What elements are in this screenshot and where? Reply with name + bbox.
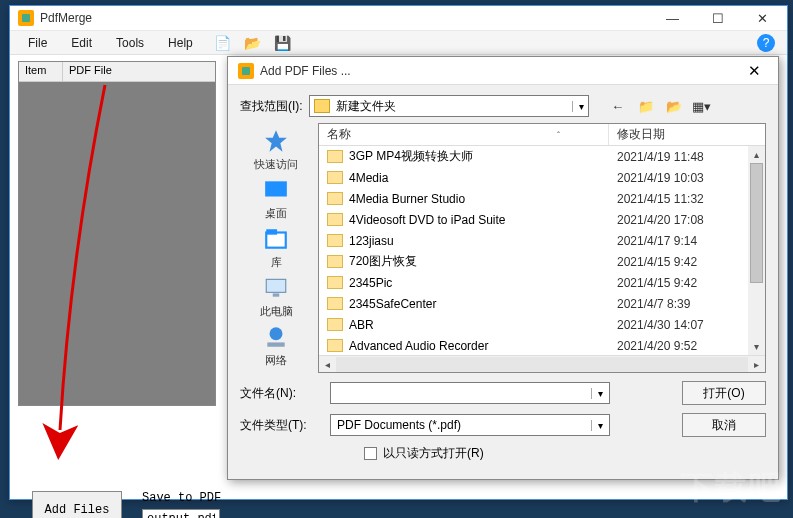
file-browser: 名称ˆ 修改日期 3GP MP4视频转换大师2021/4/19 11:484Me… [318,123,766,373]
dialog-title: Add PDF Files ... [260,64,734,78]
readonly-checkbox[interactable] [364,447,377,460]
view-menu-icon[interactable]: ▦▾ [693,97,711,115]
maximize-button[interactable]: ☐ [695,6,740,31]
folder-icon [327,297,343,310]
menu-edit[interactable]: Edit [61,34,102,52]
folder-icon [327,234,343,247]
menu-tools[interactable]: Tools [106,34,154,52]
table-row[interactable]: 123jiasu2021/4/17 9:14 [319,230,765,251]
place-network[interactable]: 网络 [260,323,292,368]
help-icon[interactable]: ? [757,34,775,52]
folder-icon [314,99,330,113]
scroll-down-icon[interactable]: ▾ [748,338,765,355]
lookin-label: 查找范围(I): [240,98,303,115]
table-row[interactable]: Advanced Audio Recorder2021/4/20 9:52 [319,335,765,355]
row-name: Advanced Audio Recorder [349,339,488,353]
menu-file[interactable]: File [18,34,57,52]
row-date: 2021/4/30 14:07 [609,318,765,332]
scroll-up-icon[interactable]: ▴ [748,146,765,163]
menu-help[interactable]: Help [158,34,203,52]
row-name: 2345SafeCenter [349,297,436,311]
chevron-down-icon: ▾ [591,420,603,431]
lookin-value: 新建文件夹 [336,98,396,115]
folder-icon [327,339,343,352]
row-date: 2021/4/19 10:03 [609,171,765,185]
open-folder-icon[interactable]: 📂 [243,33,263,53]
close-button[interactable]: ✕ [740,6,785,31]
col-pdf-file[interactable]: PDF File [63,62,215,81]
row-name: 3GP MP4视频转换大师 [349,148,473,165]
svg-rect-4 [266,279,286,292]
folder-icon [327,171,343,184]
column-name[interactable]: 名称ˆ [319,124,609,145]
filetype-combo[interactable]: PDF Documents (*.pdf)▾ [330,414,610,436]
minimize-button[interactable]: — [650,6,695,31]
svg-marker-0 [265,130,287,152]
sort-caret-icon: ˆ [557,130,600,140]
row-date: 2021/4/20 17:08 [609,213,765,227]
lookin-combo[interactable]: 新建文件夹 ▾ [309,95,589,117]
dialog-app-icon [238,63,254,79]
table-row[interactable]: 3GP MP4视频转换大师2021/4/19 11:48 [319,146,765,167]
svg-rect-1 [265,181,287,196]
up-one-level-icon[interactable]: 📁 [637,97,655,115]
table-row[interactable]: 720图片恢复2021/4/15 9:42 [319,251,765,272]
row-date: 2021/4/17 9:14 [609,234,765,248]
folder-icon [327,150,343,163]
scroll-right-icon[interactable]: ▸ [748,359,765,370]
save-icon[interactable]: 💾 [273,33,293,53]
new-folder-icon[interactable]: 📂 [665,97,683,115]
folder-icon [327,276,343,289]
row-name: ABR [349,318,374,332]
row-date: 2021/4/15 9:42 [609,255,765,269]
place-this-pc[interactable]: 此电脑 [260,274,293,319]
svg-rect-5 [273,293,280,296]
filename-label: 文件名(N): [240,385,322,402]
scroll-left-icon[interactable]: ◂ [319,359,336,370]
new-doc-icon[interactable]: 📄 [213,33,233,53]
svg-rect-3 [266,229,277,234]
readonly-label: 以只读方式打开(R) [383,445,484,462]
filename-combo[interactable]: ▾ [330,382,610,404]
horizontal-scrollbar[interactable]: ◂ ▸ [319,355,765,372]
scrollbar-thumb[interactable] [750,163,763,283]
svg-point-6 [270,327,283,340]
row-date: 2021/4/7 8:39 [609,297,765,311]
file-list-panel: Item PDF File [18,61,216,406]
svg-rect-7 [267,342,284,346]
table-row[interactable]: 2345Pic2021/4/15 9:42 [319,272,765,293]
row-name: 2345Pic [349,276,392,290]
cancel-button[interactable]: 取消 [682,413,766,437]
place-desktop[interactable]: 桌面 [260,176,292,221]
add-files-button[interactable]: Add Files [32,491,122,518]
row-date: 2021/4/19 11:48 [609,150,765,164]
table-row[interactable]: 4Media2021/4/19 10:03 [319,167,765,188]
list-body[interactable] [19,82,215,405]
place-library[interactable]: 库 [260,225,292,270]
vertical-scrollbar[interactable]: ▴ ▾ [748,146,765,355]
folder-icon [327,192,343,205]
col-item[interactable]: Item [19,62,63,81]
open-button[interactable]: 打开(O) [682,381,766,405]
table-row[interactable]: 2345SafeCenter2021/4/7 8:39 [319,293,765,314]
row-name: 4Videosoft DVD to iPad Suite [349,213,506,227]
row-date: 2021/4/15 11:32 [609,192,765,206]
column-date[interactable]: 修改日期 [609,124,765,145]
row-name: 4Media Burner Studio [349,192,465,206]
chevron-down-icon: ▾ [591,388,603,399]
save-to-pdf-label: Save to PDF [142,491,221,505]
table-row[interactable]: ABR2021/4/30 14:07 [319,314,765,335]
back-icon[interactable]: ← [609,97,627,115]
folder-icon [327,318,343,331]
filetype-label: 文件类型(T): [240,417,322,434]
dialog-titlebar: Add PDF Files ... ✕ [228,57,778,85]
dialog-close-button[interactable]: ✕ [734,57,774,85]
menubar: File Edit Tools Help 📄 📂 💾 ? [10,31,787,55]
place-quick-access[interactable]: 快速访问 [254,127,298,172]
table-row[interactable]: 4Videosoft DVD to iPad Suite2021/4/20 17… [319,209,765,230]
row-name: 4Media [349,171,388,185]
row-date: 2021/4/20 9:52 [609,339,765,353]
chevron-down-icon: ▾ [572,101,584,112]
table-row[interactable]: 4Media Burner Studio2021/4/15 11:32 [319,188,765,209]
output-filename-input[interactable] [142,509,220,518]
